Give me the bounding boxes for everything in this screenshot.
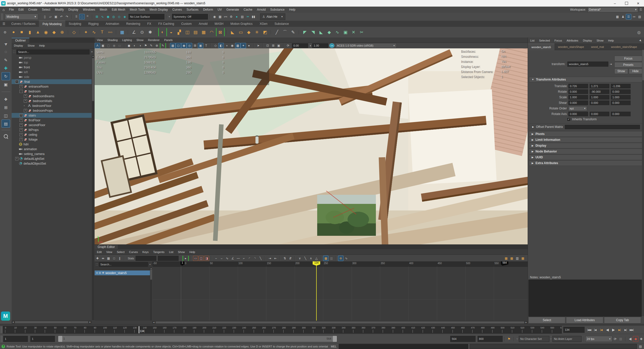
workspace-selector[interactable]: General*▼ xyxy=(588,7,638,12)
shelf-extra-icon[interactable]: ◍ xyxy=(636,30,641,35)
stacked-view-icon[interactable]: ◫ xyxy=(199,256,204,261)
load-attributes-button[interactable]: Load Attributes xyxy=(566,317,603,323)
script-editor-icon[interactable]: ▤ xyxy=(638,344,643,349)
lock-camera-icon[interactable]: ▣ xyxy=(100,43,105,48)
linear-tangent-icon[interactable]: ∠ xyxy=(230,256,235,261)
anim-layer-selector[interactable]: No Anim Layer xyxy=(552,336,582,342)
section-extra-attributes[interactable]: ▶Extra Attributes xyxy=(529,160,642,166)
rangeslider-drag-handle[interactable] xyxy=(1,336,2,342)
rotate-order-selector[interactable]: xyz▼ xyxy=(568,106,587,111)
outliner-item-entranceRoom[interactable]: +entranceRoom xyxy=(12,84,92,89)
remesh-icon[interactable]: ⊠ xyxy=(216,28,225,36)
section-pivots[interactable]: ▶Pivots xyxy=(529,131,642,137)
frame-playback-range-icon[interactable]: ▸ xyxy=(183,256,189,261)
menu-substance[interactable]: Substance xyxy=(268,8,287,11)
render-current-frame-icon[interactable]: ▦ xyxy=(218,14,223,19)
ge-menu-tangents[interactable]: Tangents xyxy=(151,250,167,254)
silhouette-icon[interactable]: ● xyxy=(246,43,251,48)
shelf-tab-poly-modeling[interactable]: Poly Modeling xyxy=(39,21,65,27)
region-tool-icon[interactable]: □ xyxy=(112,256,117,261)
boolean-difference-icon[interactable]: ◒ xyxy=(167,28,175,36)
tool-settings-icon[interactable]: ≔ xyxy=(632,14,637,19)
expand-icon[interactable]: + xyxy=(19,119,23,122)
shelf-gear-icon[interactable]: ⚙ xyxy=(0,30,10,34)
grease-pencil-icon[interactable]: ✎ xyxy=(160,43,166,48)
measure-icon[interactable]: ∠ xyxy=(130,28,138,36)
shadows-icon[interactable]: ⊞ xyxy=(192,43,198,48)
outliner-item-litProps[interactable]: +litProps xyxy=(12,127,92,132)
shelf-tab-curves-surfaces[interactable]: Curves / Surfaces xyxy=(8,21,39,27)
shaded-icon[interactable]: ◻ xyxy=(176,43,181,48)
ge-menu-select[interactable]: Select xyxy=(115,250,127,254)
shelf-tab-rigging[interactable]: Rigging xyxy=(85,21,102,27)
stats-value-field[interactable] xyxy=(158,256,179,261)
outliner-item-firstFloor[interactable]: +firstFloor xyxy=(12,118,92,123)
shelf-tab-motion-graphics[interactable]: Motion Graphics xyxy=(227,21,256,27)
platonic-solid-icon[interactable]: ◇ xyxy=(70,28,78,36)
step-tangent-icon[interactable]: ⌐ xyxy=(241,256,246,261)
rotate-y-field[interactable]: -90.000 xyxy=(590,89,609,94)
colormanagement-on-badge[interactable]: ON xyxy=(329,43,334,48)
scale-y-field[interactable]: 1.000 xyxy=(590,95,609,100)
ge-list-vscrollbar[interactable]: ▲ xyxy=(150,267,152,321)
exposure-reset-icon[interactable]: ⟳ xyxy=(286,43,291,48)
translate-z-field[interactable]: -1.206 xyxy=(611,84,631,88)
viewport-menu-renderer[interactable]: Renderer xyxy=(146,38,162,42)
ae-menu-help[interactable]: Help xyxy=(606,39,616,42)
rotate-z-field[interactable]: 0.000 xyxy=(611,89,631,94)
fill-hole-icon[interactable]: ▤ xyxy=(192,28,199,36)
rotate-axis-z-field[interactable]: 0.000 xyxy=(611,112,631,116)
clipboard-keys-icon[interactable]: ▤ xyxy=(618,336,623,341)
viewport-menu-panels[interactable]: Panels xyxy=(162,38,175,42)
scale-x-field[interactable]: 1.000 xyxy=(568,95,588,100)
play-forwards-button[interactable]: ▶ xyxy=(610,327,616,333)
gate-mask-icon[interactable]: ◑ xyxy=(138,43,143,48)
lighting-all-icon[interactable]: ◎ xyxy=(187,43,192,48)
render-cut-icon[interactable]: ✂ xyxy=(245,14,250,19)
poly-disc-icon[interactable]: ⊕ xyxy=(58,28,66,36)
helix-icon[interactable]: ∿ xyxy=(90,28,98,36)
render-setup-icon[interactable]: ▤ xyxy=(240,14,245,19)
wireframe-on-shaded-icon[interactable]: ▩ xyxy=(235,43,240,48)
layout-single-pane-icon[interactable]: ❖ xyxy=(2,95,10,103)
collapse-icon[interactable]: − xyxy=(19,90,23,93)
in-tangent-icon[interactable]: ⇥ xyxy=(267,256,272,261)
shelf-tab-substance[interactable]: Substance xyxy=(271,21,292,27)
ae-menu-attributes[interactable]: Attributes xyxy=(564,39,581,42)
menu-uv[interactable]: UV xyxy=(215,8,224,11)
playback-loop-icon[interactable]: ⟳ xyxy=(613,336,618,341)
outliner-item-ceiling[interactable]: +ceiling xyxy=(12,132,92,137)
menu-windows[interactable]: Windows xyxy=(81,8,98,11)
select-camera-icon[interactable]: A xyxy=(95,43,100,48)
copy-tab-button[interactable]: Copy Tab xyxy=(604,317,641,323)
auto-tangent-icon[interactable]: ⌢ xyxy=(213,256,219,261)
expand-icon[interactable]: + xyxy=(24,109,27,112)
notes-field[interactable] xyxy=(528,280,642,317)
playback-end-field[interactable]: 800 xyxy=(478,336,503,342)
viewport-menu-view[interactable]: View xyxy=(95,38,105,42)
collapse-icon[interactable]: − xyxy=(15,80,18,83)
offset-parent-matrix-field[interactable] xyxy=(565,125,640,129)
outliner-menu-display[interactable]: Display xyxy=(12,44,25,47)
ge-open-icon[interactable]: ▦ xyxy=(504,256,509,261)
workspace-lock-icon[interactable]: ⚿ xyxy=(638,8,644,11)
time-snap-icon[interactable]: △ xyxy=(314,256,319,261)
motion-blur-icon[interactable]: T xyxy=(204,43,209,48)
expand-icon[interactable]: + xyxy=(15,157,18,160)
buffer-curve-icon[interactable]: ∿ xyxy=(344,256,349,261)
clamped-tangent-icon[interactable]: ∿ xyxy=(225,256,230,261)
field-chart-icon[interactable]: ⚑ xyxy=(143,43,148,48)
ae-tab-wood_mat-2[interactable]: wood_mat xyxy=(588,44,608,50)
rotate-x-field[interactable]: 0.000 xyxy=(568,89,588,94)
ae-menu-show[interactable]: Show xyxy=(594,39,606,42)
outliner-item-setting_camera[interactable]: setting_camera xyxy=(12,151,92,156)
boolean-union-icon[interactable]: ◐ xyxy=(158,28,167,36)
shelf-menu-icon[interactable]: ☰ xyxy=(0,22,8,26)
shelf-tab-mash[interactable]: MASH xyxy=(211,21,227,27)
fps-selector[interactable]: 24 fps▼ xyxy=(585,336,612,342)
scale-z-field[interactable]: 1.000 xyxy=(611,95,631,100)
ge-menu-view[interactable]: View xyxy=(104,250,115,254)
expand-icon[interactable]: + xyxy=(24,94,27,98)
save-scene-icon[interactable]: ▣ xyxy=(53,14,58,19)
hide-button[interactable]: Hide xyxy=(629,68,642,74)
